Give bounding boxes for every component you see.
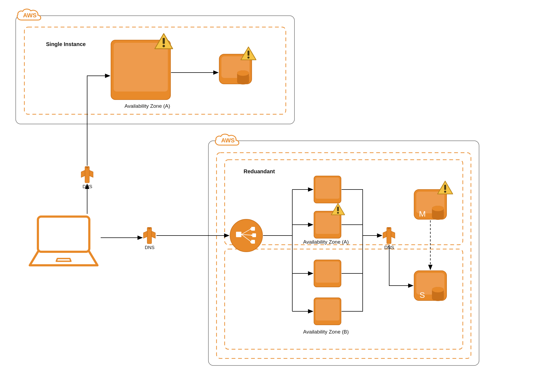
ec2-zb-2 [314,298,341,325]
laptop-icon [30,217,97,265]
arrow-ec2-bus-right [342,190,363,311]
single-instance-title: Single Instance [46,41,86,47]
ec2-za-1 [314,176,341,203]
rds-master: M [414,181,453,220]
ec2-za-2 [314,211,341,238]
architecture-diagram: AWS Single Instance Availability Zone (A… [0,0,557,392]
warning-icon [241,47,256,60]
rds-slave: S [414,271,447,301]
top-aws-group: AWS Single Instance Availability Zone (A… [16,9,294,124]
dns-icon-1 [81,166,93,183]
redundant-title: Reduandant [244,168,275,174]
aws-badge-bottom: AWS [221,137,235,144]
dns-label-2: DNS [145,245,155,250]
arrow-dns1-to-ec2 [87,76,110,166]
warning-icon [331,204,345,215]
db-slave-letter: S [420,290,425,299]
ec2-zb-1 [314,260,341,287]
arrow-dns3-to-slave [389,245,413,286]
aws-badge-top: AWS [23,12,37,19]
dns-icon-3 [383,227,395,244]
bottom-aws-group: AWS Reduandant Availability Zone (A) Ava… [208,134,479,365]
elb-icon [230,219,263,252]
svg-rect-30 [217,153,471,358]
warning-icon [438,181,453,194]
az-b-label-bottom: Availability Zone (B) [303,329,349,335]
dns-icon-2 [143,227,155,244]
db-master-letter: M [419,209,426,218]
az-a-label-top: Availability Zone (A) [124,103,170,109]
az-a-label-bottom: Availability Zone (A) [303,239,349,245]
